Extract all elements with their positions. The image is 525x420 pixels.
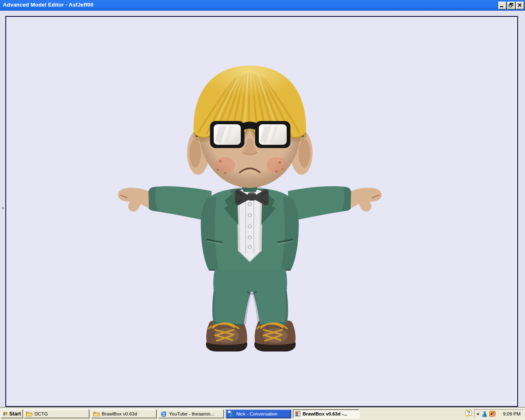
messenger-tray-icon[interactable] — [481, 411, 488, 417]
taskbar-button-brawlbox-folder[interactable]: BrawlBox v0.63d — [91, 409, 157, 418]
desktop: Advanced Model Editor - AsfJeff00 › — [0, 0, 525, 420]
tray-clock[interactable]: 9:09 PM — [500, 411, 520, 416]
taskbar-button-label: DCTG — [34, 411, 48, 416]
collapsed-panel-expander[interactable]: › — [1, 204, 5, 212]
tray-collapse-chevron[interactable]: « — [477, 410, 479, 418]
viewport-highlight-right — [516, 17, 516, 406]
system-tray: « 9:09 PM — [474, 409, 524, 418]
taskbar: Start DCTG BrawlBox v0.63d YouTube - the… — [0, 408, 525, 420]
character-model — [112, 62, 386, 355]
hand-right — [351, 188, 381, 212]
internet-explorer-icon — [160, 411, 167, 417]
minimize-icon — [499, 2, 505, 8]
folder-icon — [26, 411, 32, 417]
restore-icon — [508, 2, 514, 8]
winforms-app-icon — [295, 411, 301, 417]
taskbar-button-youtube-ie[interactable]: YouTube - theaaron... — [158, 409, 224, 418]
taskbar-button-brawlbox-app[interactable]: BrawlBox v0.63d -... — [293, 409, 359, 418]
character-head — [187, 62, 313, 188]
taskbar-button-label: Nick - Conversation — [236, 411, 277, 416]
model-3d-viewport[interactable] — [5, 16, 518, 407]
windows-flag-icon — [3, 411, 8, 417]
window-title: Advanced Model Editor - AsfJeff00 — [3, 2, 94, 8]
folder-icon — [93, 411, 100, 417]
restore-button[interactable] — [507, 2, 516, 9]
close-icon — [517, 2, 523, 8]
minimize-button[interactable] — [498, 2, 507, 9]
messenger-buddy-icon — [228, 411, 234, 417]
start-label: Start — [9, 411, 21, 417]
taskbar-button-label: BrawlBox v0.63d — [102, 411, 137, 416]
character-body — [118, 186, 382, 352]
help-balloon-icon[interactable] — [465, 410, 472, 418]
start-button[interactable]: Start — [1, 409, 23, 418]
viewport-highlight-bottom — [6, 402, 517, 403]
taskbar-button-messenger-alert[interactable]: Nick - Conversation — [226, 409, 291, 418]
taskbar-button-label: BrawlBox v0.63d -... — [303, 411, 347, 416]
close-button[interactable] — [516, 2, 524, 9]
security-alert-tray-icon[interactable] — [489, 411, 496, 417]
title-bar[interactable]: Advanced Model Editor - AsfJeff00 — [0, 0, 525, 11]
hand-left — [118, 188, 149, 212]
taskbar-button-dctg[interactable]: DCTG — [24, 409, 89, 418]
editor-client-area: › — [0, 11, 525, 408]
taskbar-button-label: YouTube - theaaron... — [169, 411, 214, 416]
